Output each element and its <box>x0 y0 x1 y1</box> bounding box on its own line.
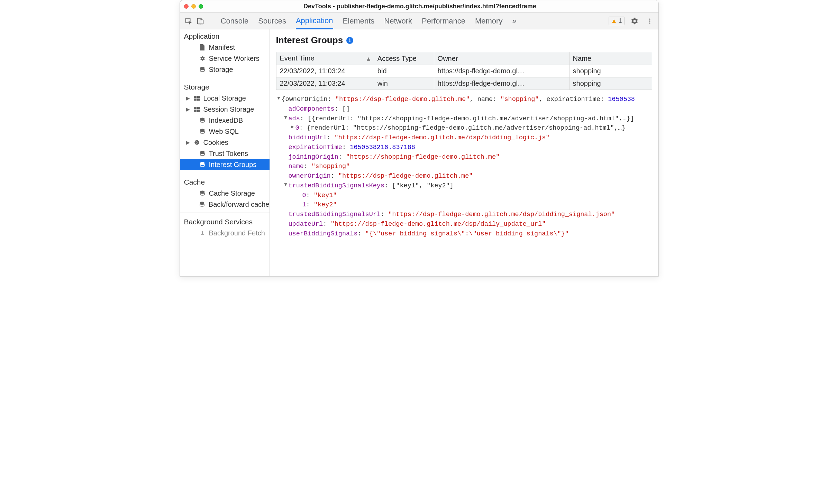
svg-point-20 <box>196 143 197 143</box>
sidebar-item-cache-storage[interactable]: Cache Storage <box>180 188 270 199</box>
main-panel: Interest Groups i Event Time▴ Access Typ… <box>270 29 658 276</box>
inspect-element-icon[interactable] <box>183 16 194 26</box>
tab-network[interactable]: Network <box>384 13 412 29</box>
window-title: DevTools - publisher-fledge-demo.glitch.… <box>203 3 637 10</box>
minimize-window-button[interactable] <box>191 4 196 9</box>
table-row[interactable]: 22/03/2022, 11:03:24 win https://dsp-fle… <box>276 77 652 90</box>
sort-asc-icon: ▴ <box>367 54 370 63</box>
zoom-window-button[interactable] <box>199 4 203 9</box>
sidebar-item-background-fetch[interactable]: Background Fetch <box>180 227 270 239</box>
file-icon <box>199 44 206 50</box>
sidebar-item-label: IndexedDB <box>209 116 243 124</box>
database-icon <box>198 201 206 207</box>
tab-sources[interactable]: Sources <box>258 13 286 29</box>
devtools-toolbar: Console Sources Application Elements Net… <box>180 13 658 29</box>
svg-rect-10 <box>197 99 200 101</box>
sidebar-item-storage-overview[interactable]: Storage <box>180 64 270 75</box>
titlebar: DevTools - publisher-fledge-demo.glitch.… <box>180 0 658 13</box>
more-icon[interactable] <box>645 16 655 26</box>
json-value: "https://shopping-fledge-demo.glitch.me" <box>346 153 500 161</box>
json-key: userBiddingSignals <box>289 230 358 237</box>
tab-performance[interactable]: Performance <box>422 13 465 29</box>
cell-owner: https://dsp-fledge-demo.gl… <box>434 77 569 90</box>
svg-rect-8 <box>197 96 200 98</box>
disclose-toggle[interactable]: ▼ <box>283 181 289 188</box>
info-icon[interactable]: i <box>346 37 353 44</box>
sidebar-item-interest-groups[interactable]: Interest Groups <box>180 159 270 170</box>
sidebar-item-label: Local Storage <box>203 94 246 102</box>
close-window-button[interactable] <box>184 4 189 9</box>
table-row[interactable]: 22/03/2022, 11:03:24 bid https://dsp-fle… <box>276 65 652 77</box>
json-index: 0 <box>295 124 299 132</box>
sidebar-item-cookies[interactable]: ▶ Cookies <box>180 137 270 148</box>
sidebar-item-websql[interactable]: Web SQL <box>180 126 270 137</box>
settings-icon[interactable] <box>629 16 640 26</box>
warning-count: 1 <box>618 17 622 25</box>
disclose-toggle[interactable]: ▼ <box>276 95 282 102</box>
chevron-right-icon[interactable]: ▶ <box>186 95 190 101</box>
cell-access-type: bid <box>374 65 434 77</box>
tab-application[interactable]: Application <box>296 13 333 29</box>
json-value: "key2" <box>314 201 337 208</box>
json-value: "https://dsp-fledge-demo.glitch.me/dsp/d… <box>331 221 546 228</box>
json-summary: {ownerOrigin: "https://dsp-fledge-demo.g… <box>282 95 635 104</box>
sidebar-item-label: Web SQL <box>209 128 239 136</box>
svg-point-18 <box>195 141 196 142</box>
disclose-toggle[interactable]: ▼ <box>283 114 289 121</box>
tab-elements[interactable]: Elements <box>343 13 375 29</box>
database-icon <box>199 161 206 168</box>
database-icon <box>199 190 206 196</box>
panel-tabs: Console Sources Application Elements Net… <box>221 13 517 29</box>
col-access-type[interactable]: Access Type <box>374 52 434 65</box>
col-name[interactable]: Name <box>569 52 652 65</box>
application-sidebar: Application Manifest Service Workers Sto… <box>180 29 270 276</box>
svg-rect-14 <box>197 110 200 112</box>
json-key: expirationTime <box>289 144 342 151</box>
sidebar-item-label: Interest Groups <box>209 161 257 169</box>
svg-rect-9 <box>194 99 197 101</box>
json-key: biddingUrl <box>289 134 327 141</box>
sidebar-item-label: Session Storage <box>203 105 254 113</box>
json-value: {renderUrl: "https://shopping-fledge-dem… <box>307 124 626 132</box>
sidebar-item-label: Service Workers <box>209 55 259 63</box>
disclose-toggle[interactable]: ▶ <box>290 123 295 131</box>
devtools-window: DevTools - publisher-fledge-demo.glitch.… <box>180 0 659 277</box>
svg-rect-2 <box>200 20 203 24</box>
interest-groups-table: Event Time▴ Access Type Owner Name 22/03… <box>276 52 652 90</box>
sidebar-item-local-storage[interactable]: ▶ Local Storage <box>180 93 270 104</box>
sidebar-item-manifest[interactable]: Manifest <box>180 42 270 53</box>
json-key: ads <box>289 115 300 122</box>
svg-rect-7 <box>194 96 197 98</box>
warnings-badge[interactable]: ▲ 1 <box>609 17 625 25</box>
svg-rect-13 <box>194 110 197 112</box>
cell-access-type: win <box>374 77 434 90</box>
tab-console[interactable]: Console <box>221 13 249 29</box>
json-key: trustedBiddingSignalsKeys <box>289 182 385 189</box>
json-index: 0 <box>302 192 306 199</box>
json-value: "key1" <box>314 192 337 199</box>
database-icon <box>199 66 206 73</box>
sidebar-item-indexeddb[interactable]: IndexedDB <box>180 115 270 126</box>
cell-name: shopping <box>569 77 652 90</box>
tab-memory[interactable]: Memory <box>475 13 502 29</box>
sidebar-item-bfcache[interactable]: Back/forward cache <box>180 199 270 210</box>
sidebar-item-session-storage[interactable]: ▶ Session Storage <box>180 104 270 115</box>
panel-heading: Interest Groups <box>276 35 343 46</box>
cell-owner: https://dsp-fledge-demo.gl… <box>434 65 569 77</box>
panel-body: Application Manifest Service Workers Sto… <box>180 29 658 276</box>
sidebar-item-label: Cookies <box>203 139 228 147</box>
sidebar-item-label: Back/forward cache <box>209 200 270 208</box>
device-toolbar-icon[interactable] <box>195 16 206 26</box>
sidebar-item-trust-tokens[interactable]: Trust Tokens <box>180 148 270 159</box>
chevron-right-icon[interactable]: ▶ <box>186 140 190 145</box>
svg-point-17 <box>194 140 199 145</box>
col-event-time[interactable]: Event Time▴ <box>276 52 374 65</box>
cell-event-time: 22/03/2022, 11:03:24 <box>276 77 374 90</box>
chevron-right-icon[interactable]: ▶ <box>186 106 190 112</box>
sidebar-item-service-workers[interactable]: Service Workers <box>180 53 270 64</box>
col-owner[interactable]: Owner <box>434 52 569 65</box>
section-storage: Storage <box>180 80 270 93</box>
json-key: adComponents <box>289 105 335 113</box>
json-value: "shopping" <box>311 163 350 170</box>
tabs-overflow[interactable]: » <box>512 13 516 29</box>
